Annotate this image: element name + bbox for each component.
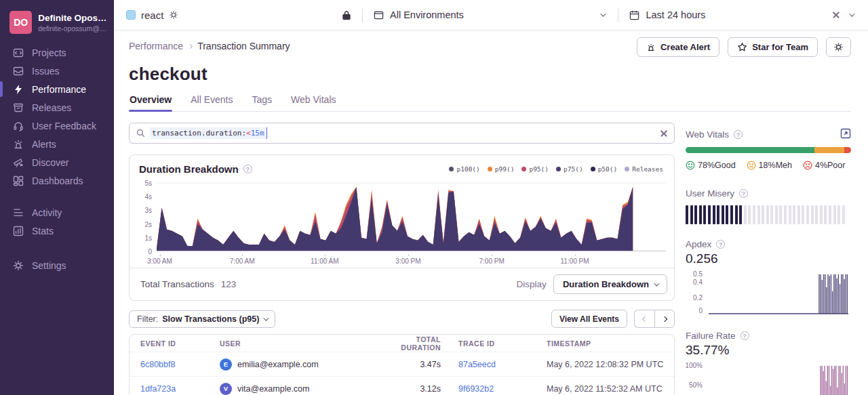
legend-item[interactable]: Releases [625,165,663,173]
filter-right: View All Events [551,310,675,328]
search-token-operator: < [246,129,251,138]
settings-gear-button[interactable] [826,37,851,57]
vitals-segment [686,147,814,153]
lock-icon[interactable] [342,10,351,20]
filter-dropdown[interactable]: Filter: Slow Transactions (p95) [129,310,275,328]
misery-tick [833,205,836,224]
sidebar-item-label: Projects [32,47,66,58]
trace-id-link[interactable]: 87a5eecd [441,360,537,369]
event-id-link[interactable]: 1dfa723a [140,384,220,394]
duration-cell: 3.47s [381,360,441,369]
help-icon[interactable] [243,165,252,173]
chart-legend: p100() p99() p95() p75() p50() Releases [449,165,663,173]
star-for-team-button[interactable]: Star for Team [728,37,818,57]
failure-rate-section: Failure Rate 35.77% 100%50%0% [686,331,851,395]
apdex-chart[interactable]: 0.50.40.20 [687,270,851,314]
open-web-vitals-icon[interactable] [840,128,851,141]
user-feedback-icon [12,120,24,131]
legend-item[interactable]: p99() [488,165,515,173]
sidebar-item-label: Dashboards [32,175,83,186]
help-icon[interactable] [716,240,725,249]
sidebar-item-stats[interactable]: Stats [0,222,114,240]
environment-value: All Environments [390,9,464,20]
org-switcher[interactable]: DO Definite Opossum definite-opossum@… [0,7,114,43]
alerts-icon [12,138,24,150]
project-selector[interactable]: react [126,9,342,21]
clear-date-icon[interactable] [833,12,840,18]
sidebar-item-releases[interactable]: Releases [0,98,114,117]
misery-tick [789,205,791,224]
project-settings-gear-icon[interactable] [169,10,178,20]
org-meta: Definite Opossum definite-opossum@… [38,13,106,33]
sidebar-item-dashboards[interactable]: Dashboards [0,171,114,190]
legend-item[interactable]: p95() [521,165,549,173]
apdex-label-row: Apdex [686,239,851,249]
clear-search-icon[interactable] [660,130,667,137]
chart-header: Duration Breakdown p100() p99() p95() p7… [130,155,674,179]
sidebar-item-label: Activity [32,207,62,218]
duration-chart[interactable]: 5s4s3s2s1s0 3:00 AM7:00 AM11:00 AM3:00 P… [157,180,666,268]
create-alert-button[interactable]: Create Alert [637,37,719,57]
tab-tags[interactable]: Tags [252,94,273,111]
duration-breakdown-card: Duration Breakdown p100() p99() p95() p7… [129,154,675,301]
table-row: 6c80bbf8 E emilia@example.com 3.47s 87a5… [130,352,674,376]
sidebar-item-issues[interactable]: Issues [0,62,114,80]
tab-web-vitals[interactable]: Web Vitals [290,94,336,111]
sidebar-item-label: Alerts [32,139,56,150]
search-token-key: transaction.duration: [152,129,246,138]
org-email: definite-opossum@… [38,24,106,33]
legend-dot-icon [556,167,561,171]
help-icon[interactable] [741,331,749,340]
chart-x-axis: 3:00 AM7:00 AM11:00 AM3:00 PM7:00 PM11:0… [157,254,666,268]
sidebar-item-settings[interactable]: Settings [0,256,114,274]
breadcrumb-current: Transaction Summary [197,41,290,51]
user-misery-bar[interactable] [686,205,851,224]
trace-id-link[interactable]: 9f6932b2 [441,384,537,394]
sidebar-item-activity[interactable]: Activity [0,203,114,222]
display-value: Duration Breakdown [563,279,649,289]
chart-title: Duration Breakdown [139,163,252,175]
legend-dot-icon [449,167,454,171]
date-range-selector[interactable]: Last 24 hours [629,9,833,20]
misery-tick [842,205,845,224]
previous-page-button[interactable] [634,310,654,328]
misery-tick [713,205,715,224]
user-misery-label-row: User Misery [686,188,851,199]
search-token: transaction.duration:<15m [150,127,267,139]
environment-selector[interactable]: All Environments [374,9,607,20]
help-icon[interactable] [739,189,748,198]
failure-rate-chart[interactable]: 100%50%0% [687,362,851,395]
user-misery-label: User Misery [686,188,734,199]
tab-all-events[interactable]: All Events [190,94,233,111]
event-id-link[interactable]: 6c80bbf8 [140,360,220,369]
legend-item[interactable]: p50() [591,165,618,173]
legend-item[interactable]: p75() [556,165,583,173]
misery-tick [797,205,800,224]
breadcrumb-performance-link[interactable]: Performance [129,41,183,51]
chevron-down-icon[interactable] [849,11,854,16]
misery-tick [717,205,719,224]
sidebar-item-projects[interactable]: Projects [0,43,114,62]
view-all-events-button[interactable]: View All Events [551,310,627,328]
chevron-right-icon [662,316,667,321]
duration-cell: 3.12s [381,384,441,394]
chart-footer: Total Transactions 123 Display Duration … [130,268,674,300]
misery-tick [811,205,814,224]
display-dropdown[interactable]: Duration Breakdown [553,274,667,294]
tab-overview[interactable]: Overview [129,94,172,111]
vitals-segment [844,147,851,153]
misery-tick [829,205,831,224]
sidebar-item-alerts[interactable]: Alerts [0,135,114,153]
next-page-button[interactable] [654,310,675,328]
help-icon[interactable] [734,130,743,139]
calendar-icon [629,10,639,20]
legend-dot-icon [591,167,595,171]
legend-item[interactable]: p100() [449,165,479,173]
column-header: Trace ID [441,339,537,348]
sidebar-item-user-feedback[interactable]: User Feedback [0,117,114,135]
misery-tick [824,205,827,224]
misery-tick [726,205,728,224]
search-input[interactable]: transaction.duration:<15m [129,123,675,144]
sidebar-item-discover[interactable]: Discover [0,153,114,171]
sidebar-item-performance[interactable]: Performance [0,80,114,98]
